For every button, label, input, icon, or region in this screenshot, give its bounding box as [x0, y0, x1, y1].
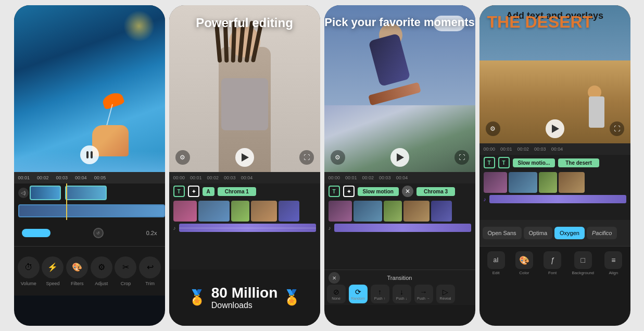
vid-clip-3-5[interactable] [431, 201, 452, 222]
player-controls-2: ⚙ ⛶ [169, 148, 320, 167]
vid-clip-4-3[interactable] [539, 172, 557, 193]
font-oxygen-btn[interactable]: Oxygen [554, 227, 585, 239]
tool-bg-4[interactable]: □ Background [572, 251, 594, 275]
vid-clip-3-2[interactable] [353, 201, 382, 222]
t-mark-2-2: 00:02 [207, 175, 219, 180]
vid-clip-4-4[interactable] [559, 172, 585, 193]
wave-line-2 [179, 228, 316, 228]
font-label-4: Font [548, 271, 557, 275]
expand-button-3[interactable]: ⛶ [454, 150, 469, 165]
tool-adjust[interactable]: ⚙ Adjust [91, 256, 112, 286]
play-button-4[interactable] [546, 119, 564, 138]
font-pacifico-btn[interactable]: Pacifico [587, 227, 617, 239]
trans-random-btn[interactable]: ⟳ Random [349, 285, 368, 303]
t-mark-4-4: 00:04 [551, 146, 563, 152]
trans-push2-label: Push ↓ [396, 297, 407, 300]
trans-reveal-label: Reveal [440, 297, 451, 300]
phone-screen-1: 00:01 00:02 00:03 00:04 00:05 ◁) ↺ [14, 5, 165, 326]
clip-slowmo-badge[interactable]: Slow motion [358, 187, 399, 196]
vol-btn-1[interactable]: ◁) [18, 188, 29, 198]
play-button-3[interactable] [390, 148, 409, 167]
expand-icon-2: ⛶ [304, 154, 310, 161]
phone-screen-4: Add text and overlays THE DESERT ⚙ ⛶ 00:… [479, 5, 630, 326]
trans-push2-icon: ↓ [400, 288, 403, 296]
time-00:02: 00:02 [37, 175, 49, 180]
video-clip-thumb-2[interactable] [65, 186, 107, 200]
text-icon-star-3: ✦ [343, 186, 355, 197]
crop-icon: ✂ [115, 256, 136, 278]
vid-clip-3-4[interactable] [403, 201, 430, 222]
vid-clip-3-3[interactable] [384, 201, 402, 222]
gear-icon-2: ⚙ [180, 154, 185, 161]
filters-label: Filters [71, 281, 84, 286]
skater-body [368, 33, 410, 87]
font-open-sans-btn[interactable]: Open Sans [483, 227, 522, 239]
settings-button-2[interactable]: ⚙ [175, 150, 190, 165]
play-triangle-3 [397, 153, 404, 162]
clip-chroma1-badge[interactable]: Chroma 1 [218, 187, 256, 196]
tool-trim[interactable]: ↩ Trim [139, 256, 161, 286]
video-clips-row-3 [324, 199, 475, 223]
time-00:04: 00:04 [75, 175, 87, 180]
trans-none-btn[interactable]: ⊘ None [327, 285, 346, 303]
vid-clip-4-1[interactable] [484, 172, 507, 193]
clip-slowmo2-badge[interactable]: Slow motio... [513, 158, 555, 167]
tool-align-4[interactable]: ≡ Align [604, 251, 622, 275]
t-mark-2-1: 00:01 [190, 175, 202, 180]
edit-label-4: Edit [493, 271, 500, 275]
audio-row-3: ♪ [324, 223, 475, 233]
vol-icon: ◁) [21, 190, 26, 195]
tool-edit-4[interactable]: aI Edit [487, 251, 505, 275]
font-optima-btn[interactable]: Optima [524, 227, 552, 239]
vid-clip-2-4[interactable] [251, 201, 277, 222]
laurel-right: 🏅 [283, 289, 301, 306]
speed-slider[interactable] [22, 229, 50, 237]
desert-text-overlay: THE DESERT [487, 13, 593, 31]
tool-crop[interactable]: ✂ Crop [115, 256, 136, 286]
tool-volume[interactable]: ⏱ Volume [18, 256, 40, 286]
pause-bar-right [91, 151, 93, 158]
t-mark-4-0: 00:00 [484, 146, 496, 152]
settings-button-3[interactable]: ⚙ [331, 150, 345, 165]
play-button-2[interactable] [235, 148, 254, 167]
tool-font-4[interactable]: ƒ Font [544, 251, 561, 275]
speed-knob[interactable]: ↺ [93, 228, 104, 238]
video-area-3: Pick your favorite moments ⚙ ⛶ [324, 5, 475, 172]
track-row-1[interactable]: ◁) [14, 183, 165, 202]
tool-color-4[interactable]: 🎨 Color [515, 251, 533, 275]
bottom-badge-area: 🏅 80 Million Downloads 🏅 [169, 269, 320, 326]
time-00:05: 00:05 [94, 175, 106, 180]
video-clip-thumb-1[interactable] [30, 186, 61, 200]
trans-push1-btn[interactable]: ↑ Push ↑ [371, 285, 389, 303]
trans-reveal-btn[interactable]: ▷ Reveal [436, 285, 455, 303]
model-shirt [221, 78, 268, 130]
tool-speed[interactable]: ⚡ Speed [42, 256, 64, 286]
trans-none-icon: ⊘ [333, 288, 339, 296]
vid-clip-3-1[interactable] [329, 201, 352, 222]
gear-icon-4: ⚙ [490, 125, 496, 132]
laurel-left: 🏅 [188, 289, 206, 306]
vid-clip-2-2[interactable] [198, 201, 230, 222]
t-mark-3-1: 00:01 [345, 175, 357, 180]
expand-button-4[interactable]: ⛶ [610, 121, 624, 136]
track-row-2[interactable] [14, 202, 165, 220]
clip-a-badge[interactable]: A [203, 187, 214, 196]
tool-filters[interactable]: 🎨 Filters [66, 256, 88, 286]
vid-clip-4-2[interactable] [509, 172, 537, 193]
laurel-row: 🏅 80 Million Downloads 🏅 [188, 285, 301, 311]
vid-clip-2-1[interactable] [173, 201, 197, 222]
close-transition-button[interactable]: ✕ [329, 272, 340, 284]
cross-remove-icon[interactable]: ✕ [402, 186, 413, 197]
trans-push3-btn[interactable]: → Push → [414, 285, 433, 303]
volume-label: Volume [21, 281, 36, 286]
vid-clip-2-5[interactable] [279, 201, 299, 222]
trans-push2-btn[interactable]: ↓ Push ↓ [393, 285, 411, 303]
playhead-1 [66, 183, 67, 220]
clip-chroma3-badge[interactable]: Chroma 3 [416, 187, 455, 196]
expand-button-2[interactable]: ⛶ [299, 150, 314, 165]
align-icon-4: ≡ [604, 251, 622, 269]
settings-button-4[interactable]: ⚙ [486, 121, 500, 136]
pause-button[interactable] [80, 145, 99, 164]
clip-desert-badge[interactable]: The desert [558, 158, 599, 167]
vid-clip-2-3[interactable] [231, 201, 249, 222]
